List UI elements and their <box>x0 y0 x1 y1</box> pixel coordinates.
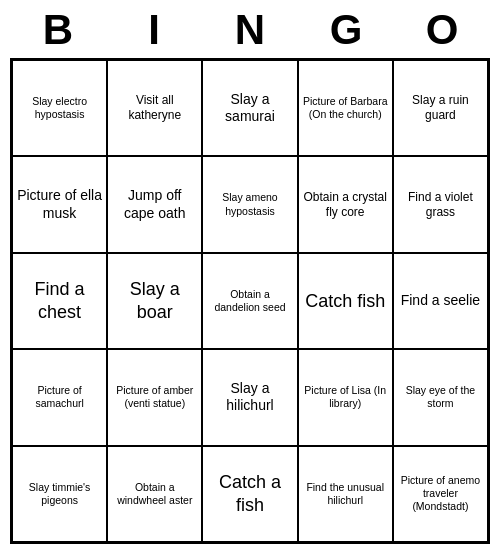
cell-4: Slay a ruin guard <box>393 60 488 156</box>
cell-7: Slay ameno hypostasis <box>202 156 297 252</box>
cell-8: Obtain a crystal fly core <box>298 156 393 252</box>
cell-19: Slay eye of the storm <box>393 349 488 445</box>
cell-24: Picture of anemo traveler (Mondstadt) <box>393 446 488 542</box>
cell-15: Picture of samachurl <box>12 349 107 445</box>
cell-16: Picture of amber (venti statue) <box>107 349 202 445</box>
bingo-title: B I N G O <box>10 0 490 58</box>
cell-10: Find a chest <box>12 253 107 349</box>
title-n: N <box>206 6 294 54</box>
cell-6: Jump off cape oath <box>107 156 202 252</box>
cell-5: Picture of ella musk <box>12 156 107 252</box>
cell-23: Find the unusual hilichurl <box>298 446 393 542</box>
cell-11: Slay a boar <box>107 253 202 349</box>
cell-13: Catch fish <box>298 253 393 349</box>
cell-17: Slay a hilichurl <box>202 349 297 445</box>
cell-0: Slay electro hypostasis <box>12 60 107 156</box>
title-b: B <box>14 6 102 54</box>
title-i: I <box>110 6 198 54</box>
bingo-grid: Slay electro hypostasisVisit all kathery… <box>10 58 490 544</box>
cell-18: Picture of Lisa (In library) <box>298 349 393 445</box>
cell-2: Slay a samurai <box>202 60 297 156</box>
cell-12: Obtain a dandelion seed <box>202 253 297 349</box>
cell-22: Catch a fish <box>202 446 297 542</box>
cell-3: Picture of Barbara (On the church) <box>298 60 393 156</box>
title-g: G <box>302 6 390 54</box>
title-o: O <box>398 6 486 54</box>
cell-1: Visit all katheryne <box>107 60 202 156</box>
cell-9: Find a violet grass <box>393 156 488 252</box>
cell-14: Find a seelie <box>393 253 488 349</box>
cell-21: Obtain a windwheel aster <box>107 446 202 542</box>
cell-20: Slay timmie's pigeons <box>12 446 107 542</box>
